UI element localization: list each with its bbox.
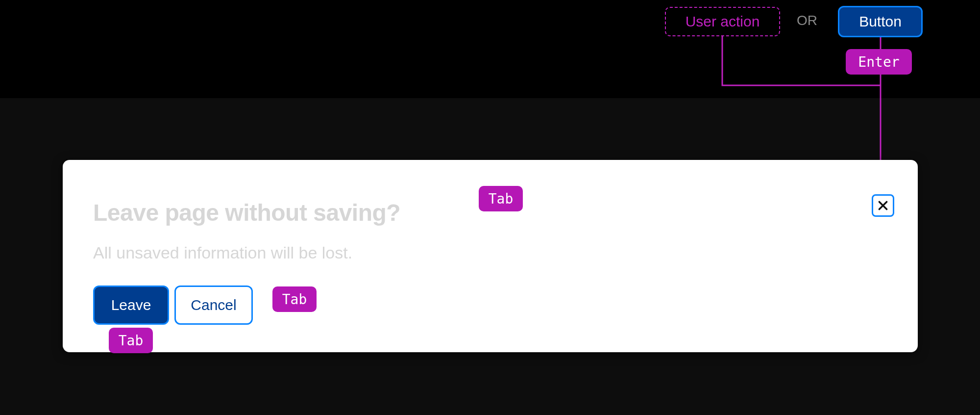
legend-or: OR	[797, 13, 817, 28]
key-tab-2-label: Tab	[282, 291, 307, 308]
cancel-button[interactable]: Cancel	[174, 285, 253, 325]
key-tab-2: Tab	[272, 286, 317, 312]
key-enter-label: Enter	[858, 54, 899, 70]
legend-button-label: Button	[859, 13, 902, 30]
stage: User action OR Button Enter Leave page w…	[0, 0, 980, 415]
close-button[interactable]	[872, 194, 894, 217]
close-icon	[877, 199, 889, 212]
modal-title: Leave page without saving?	[93, 199, 400, 226]
key-tab-1-label: Tab	[489, 191, 514, 207]
modal-subtitle: All unsaved information will be lost.	[93, 243, 352, 262]
key-tab-1: Tab	[479, 186, 523, 211]
leave-button-label: Leave	[111, 297, 151, 313]
cancel-button-label: Cancel	[191, 297, 236, 313]
legend-button[interactable]: Button	[838, 6, 923, 37]
key-tab-3: Tab	[109, 328, 153, 353]
leave-button[interactable]: Leave	[93, 285, 169, 325]
legend-user-action: User action	[665, 7, 780, 36]
key-tab-3-label: Tab	[119, 333, 144, 349]
legend-user-action-label: User action	[686, 13, 760, 30]
key-enter: Enter	[846, 49, 912, 75]
top-strip	[0, 0, 980, 98]
